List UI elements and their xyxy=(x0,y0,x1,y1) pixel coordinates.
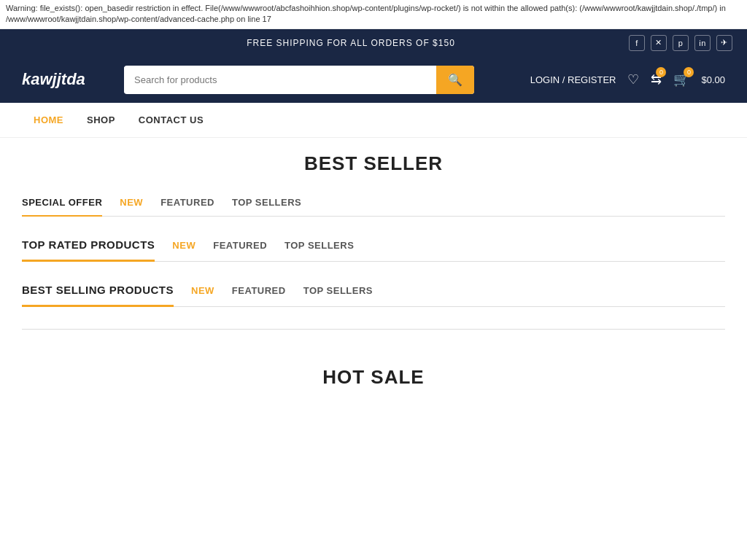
promo-text: FREE SHIPPING FOR ALL ORDERS OF $150 xyxy=(73,38,629,48)
nav-item-shop[interactable]: SHOP xyxy=(75,103,127,137)
nav-link-contact[interactable]: CONTACT US xyxy=(127,103,215,137)
cart-icon[interactable]: 🛒 0 xyxy=(673,71,689,88)
best-selling-title: BEST SELLING PRODUCTS xyxy=(22,284,174,307)
best-seller-tabs: SPECIAL OFFER NEW FEATURED TOP SELLERS xyxy=(22,197,725,217)
error-bar: Warning: file_exists(): open_basedir res… xyxy=(0,0,747,29)
cart-badge: 0 xyxy=(684,67,694,77)
twitter-icon[interactable]: ✕ xyxy=(651,35,667,51)
tab-new-bestseller[interactable]: NEW xyxy=(120,197,143,215)
hot-sale-title: HOT SALE xyxy=(22,351,725,389)
main-content: BEST SELLER SPECIAL OFFER NEW FEATURED T… xyxy=(0,138,747,403)
tab-featured-bestseller[interactable]: FEATURED xyxy=(160,197,214,215)
header-right: LOGIN / REGISTER ♡ ⇆ 0 🛒 0 $0.00 xyxy=(530,71,725,88)
best-seller-section: BEST SELLER SPECIAL OFFER NEW FEATURED T… xyxy=(22,152,725,217)
search-button[interactable]: 🔍 xyxy=(436,66,474,94)
logo: kawjjtda xyxy=(22,70,109,89)
error-message: Warning: file_exists(): open_basedir res… xyxy=(6,4,726,23)
tab-top-sellers-bestseller[interactable]: TOP SELLERS xyxy=(232,197,301,215)
top-rated-title: TOP RATED PRODUCTS xyxy=(22,238,155,262)
main-nav: HOME SHOP CONTACT US xyxy=(0,103,747,138)
nav-item-contact[interactable]: CONTACT US xyxy=(127,103,215,137)
tab-topsellers-bestselling[interactable]: TOP SELLERS xyxy=(303,285,373,305)
tab-featured-toprated[interactable]: FEATURED xyxy=(213,240,267,260)
search-icon: 🔍 xyxy=(448,74,462,86)
tab-topsellers-toprated[interactable]: TOP SELLERS xyxy=(285,240,354,260)
linkedin-icon[interactable]: in xyxy=(694,35,711,51)
nav-link-shop[interactable]: SHOP xyxy=(75,103,127,137)
social-icons: f ✕ p in ✈ xyxy=(629,35,732,51)
cart-total: $0.00 xyxy=(701,74,725,85)
top-rated-header: TOP RATED PRODUCTS NEW FEATURED TOP SELL… xyxy=(22,238,725,262)
compare-badge: 0 xyxy=(656,67,666,77)
pinterest-icon[interactable]: p xyxy=(673,35,689,51)
top-rated-section: TOP RATED PRODUCTS NEW FEATURED TOP SELL… xyxy=(22,238,725,262)
tab-new-bestselling[interactable]: NEW xyxy=(191,285,214,305)
header: kawjjtda 🔍 LOGIN / REGISTER ♡ ⇆ 0 🛒 0 $0… xyxy=(0,57,747,103)
promo-bar: FREE SHIPPING FOR ALL ORDERS OF $150 f ✕… xyxy=(0,29,747,57)
tab-featured-bestselling[interactable]: FEATURED xyxy=(232,285,286,305)
section-divider xyxy=(22,329,725,330)
best-seller-title: BEST SELLER xyxy=(22,152,725,182)
tab-new-toprated[interactable]: NEW xyxy=(172,240,196,260)
search-input[interactable] xyxy=(124,67,436,93)
nav-item-home[interactable]: HOME xyxy=(22,103,75,137)
telegram-icon[interactable]: ✈ xyxy=(716,35,732,51)
best-selling-header: BEST SELLING PRODUCTS NEW FEATURED TOP S… xyxy=(22,284,725,307)
facebook-icon[interactable]: f xyxy=(629,35,645,51)
login-register-link[interactable]: LOGIN / REGISTER xyxy=(530,74,616,85)
nav-link-home[interactable]: HOME xyxy=(22,103,75,137)
wishlist-icon[interactable]: ♡ xyxy=(627,71,639,88)
compare-icon[interactable]: ⇆ 0 xyxy=(651,71,662,88)
search-bar: 🔍 xyxy=(124,66,474,94)
tab-special-offer[interactable]: SPECIAL OFFER xyxy=(22,197,102,217)
best-selling-section: BEST SELLING PRODUCTS NEW FEATURED TOP S… xyxy=(22,284,725,307)
